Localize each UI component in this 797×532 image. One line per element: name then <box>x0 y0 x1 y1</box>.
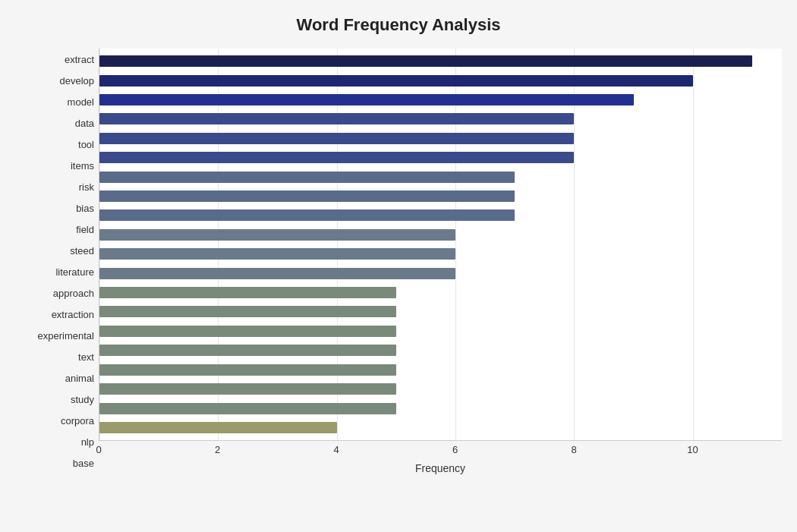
bar <box>99 209 515 221</box>
x-axis-title: Frequency <box>99 462 782 474</box>
x-tick-label: 4 <box>333 444 339 455</box>
chart-title: Word Frequency Analysis <box>15 15 782 35</box>
y-label: literature <box>55 267 94 277</box>
bars-area <box>99 49 782 441</box>
bar <box>99 403 396 414</box>
x-tick-label: 0 <box>96 444 101 455</box>
bar-row <box>99 244 782 263</box>
bar <box>99 364 396 376</box>
bar <box>99 422 337 433</box>
x-axis-labels: 0246810 <box>99 441 782 459</box>
bar <box>99 268 455 279</box>
y-label: animal <box>65 373 94 383</box>
x-tick-label: 6 <box>452 444 458 455</box>
y-label: extract <box>65 55 94 65</box>
bar <box>99 172 515 183</box>
y-label: base <box>73 458 94 468</box>
bar-row <box>99 398 782 417</box>
bar-row <box>99 225 782 244</box>
bar-row <box>99 302 782 321</box>
y-axis-labels: extractdevelopmodeldatatoolitemsriskbias… <box>15 49 99 474</box>
y-label: text <box>78 352 94 362</box>
bar <box>99 113 574 124</box>
bars-and-xaxis: 0246810 Frequency <box>99 49 782 474</box>
bar-row <box>99 109 782 128</box>
y-label: approach <box>53 288 94 298</box>
y-label: data <box>75 118 94 128</box>
bar <box>99 55 752 67</box>
bar-row <box>99 379 782 398</box>
bar-row <box>99 341 782 360</box>
bar <box>99 152 574 163</box>
bar <box>99 345 396 356</box>
bar <box>99 383 396 395</box>
y-label: corpora <box>61 416 94 426</box>
bar <box>99 133 574 144</box>
bar-row <box>99 148 782 167</box>
bar <box>99 75 693 87</box>
bar-row <box>99 360 782 379</box>
y-label: steed <box>70 246 94 256</box>
y-label: nlp <box>81 437 94 447</box>
bar-row <box>99 167 782 186</box>
bar <box>99 94 634 105</box>
y-label: extraction <box>52 310 94 320</box>
x-tick-label: 10 <box>687 444 698 455</box>
y-label: experimental <box>38 331 94 341</box>
bar-row <box>99 187 782 206</box>
y-label: study <box>71 395 94 405</box>
bar <box>99 229 455 241</box>
y-label: develop <box>59 76 94 86</box>
x-tick-label: 2 <box>215 444 220 455</box>
y-label: items <box>71 161 94 171</box>
bar-row <box>99 283 782 302</box>
bar-row <box>99 206 782 225</box>
bar-row <box>99 418 782 437</box>
bar <box>99 306 396 317</box>
y-label: tool <box>78 140 94 150</box>
x-tick-label: 8 <box>571 444 576 455</box>
y-label: field <box>76 225 94 235</box>
bar-row <box>99 90 782 109</box>
bar <box>99 190 515 202</box>
bar <box>99 326 396 337</box>
bar <box>99 287 396 298</box>
y-label: model <box>68 97 94 107</box>
bar-row <box>99 52 782 71</box>
chart-area: extractdevelopmodeldatatoolitemsriskbias… <box>15 49 782 474</box>
bar <box>99 248 455 260</box>
bar-row <box>99 129 782 148</box>
bar-row <box>99 71 782 90</box>
y-label: risk <box>79 182 94 192</box>
chart-container: Word Frequency Analysis extractdevelopmo… <box>0 0 797 532</box>
bar-row <box>99 263 782 282</box>
y-label: bias <box>76 203 94 213</box>
bar-row <box>99 322 782 341</box>
